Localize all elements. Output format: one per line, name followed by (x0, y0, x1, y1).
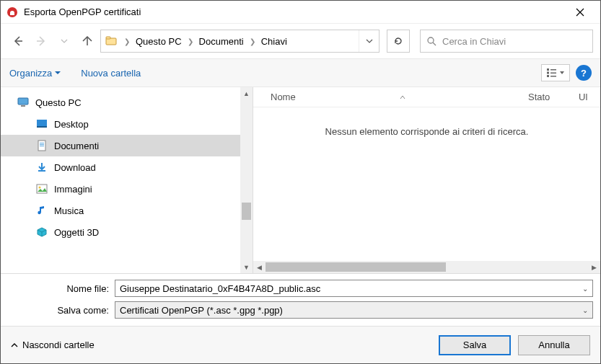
svg-point-3 (428, 37, 434, 43)
svg-rect-18 (38, 170, 45, 172)
svg-point-20 (39, 187, 41, 189)
svg-rect-15 (40, 143, 44, 143)
column-ul[interactable]: Ul (579, 92, 600, 102)
sidebar-scrollbar[interactable]: ▲ ▼ (240, 87, 253, 273)
chevron-right-icon: ❯ (247, 37, 258, 45)
sidebar: Questo PC Desktop Documenti Download Imm… (1, 87, 253, 273)
refresh-button[interactable] (387, 30, 410, 53)
tree-item-music[interactable]: Musica (1, 200, 253, 221)
file-hscrollbar[interactable]: ◀ ▶ (253, 261, 600, 273)
music-icon (35, 205, 48, 216)
breadcrumb-dropdown[interactable] (359, 30, 379, 52)
svg-rect-9 (550, 76, 556, 77)
svg-rect-8 (550, 73, 556, 74)
scroll-left-icon[interactable]: ◀ (253, 264, 266, 271)
close-button[interactable] (566, 1, 595, 24)
tree-item-images[interactable]: Immagini (1, 178, 253, 200)
breadcrumb[interactable]: ❯ Questo PC ❯ Documenti ❯ Chiavi (100, 30, 380, 53)
breadcrumb-item[interactable]: Chiavi (258, 36, 290, 47)
up-button[interactable] (77, 31, 97, 51)
svg-rect-11 (21, 105, 25, 107)
svg-rect-4 (547, 68, 549, 71)
new-folder-button[interactable]: Nuova cartella (81, 68, 141, 79)
chevron-right-icon: ❯ (121, 37, 133, 45)
column-state[interactable]: Stato (528, 92, 579, 102)
document-icon (35, 140, 48, 151)
svg-point-21 (38, 211, 40, 214)
svg-rect-2 (106, 37, 110, 39)
saveas-label: Salva come: (8, 305, 109, 316)
app-icon (6, 6, 18, 18)
tree-item-downloads[interactable]: Download (1, 156, 253, 178)
column-name[interactable]: Nome (262, 92, 528, 102)
hscroll-thumb[interactable] (266, 262, 446, 272)
svg-rect-5 (547, 72, 549, 74)
computer-icon (17, 96, 30, 109)
window-title: Esporta OpenPGP certificati (24, 6, 566, 17)
chevron-right-icon: ❯ (185, 37, 196, 45)
view-options-button[interactable] (541, 64, 570, 81)
breadcrumb-item[interactable]: Questo PC (133, 36, 185, 47)
desktop-icon (35, 118, 48, 130)
folder-icon (101, 35, 121, 48)
filename-input[interactable]: Giuseppe Destinatario_0xF4B47A8D_public.… (115, 280, 593, 297)
svg-rect-17 (40, 146, 44, 146)
svg-rect-13 (37, 126, 47, 128)
hide-folders-toggle[interactable]: Nascondi cartelle (11, 339, 95, 350)
column-headers: Nome Stato Ul (253, 87, 600, 107)
svg-rect-7 (550, 69, 556, 71)
forward-button[interactable] (31, 31, 51, 51)
empty-message: Nessun elemento corrisponde ai criteri d… (253, 107, 600, 261)
chevron-up-icon (11, 342, 18, 349)
tree-item-documents[interactable]: Documenti (1, 135, 253, 156)
svg-rect-10 (18, 98, 28, 105)
tree-root-thispc[interactable]: Questo PC (1, 92, 253, 113)
cube-icon (35, 226, 48, 238)
scroll-thumb[interactable] (242, 203, 251, 220)
back-button[interactable] (8, 31, 28, 51)
saveas-combo[interactable]: Certificati OpenPGP (*.asc *.gpg *.pgp) … (115, 301, 593, 319)
tree-item-3dobjects[interactable]: Oggetti 3D (1, 221, 253, 243)
search-placeholder: Cerca in Chiavi (442, 36, 506, 47)
tree-item-desktop[interactable]: Desktop (1, 113, 253, 135)
svg-rect-12 (37, 120, 47, 126)
filename-label: Nome file: (8, 283, 109, 294)
recent-dropdown[interactable] (54, 31, 74, 51)
scroll-up-icon[interactable]: ▲ (240, 87, 253, 99)
breadcrumb-item[interactable]: Documenti (196, 36, 247, 47)
svg-rect-19 (37, 185, 47, 193)
save-button[interactable]: Salva (439, 335, 511, 355)
search-input[interactable]: Cerca in Chiavi (420, 30, 593, 53)
organize-menu[interactable]: Organizza (9, 68, 61, 79)
file-list-area: Nome Stato Ul Nessun elemento corrispond… (253, 87, 600, 273)
scroll-right-icon[interactable]: ▶ (588, 264, 600, 271)
scroll-down-icon[interactable]: ▼ (240, 261, 253, 273)
svg-rect-6 (547, 75, 549, 77)
download-icon (35, 161, 48, 173)
search-icon (426, 36, 437, 46)
chevron-down-icon[interactable]: ⌄ (582, 285, 588, 293)
image-icon (35, 183, 48, 195)
chevron-down-icon[interactable]: ⌄ (582, 306, 588, 314)
help-button[interactable]: ? (576, 65, 592, 81)
svg-rect-16 (40, 144, 44, 145)
cancel-button[interactable]: Annulla (518, 335, 590, 355)
